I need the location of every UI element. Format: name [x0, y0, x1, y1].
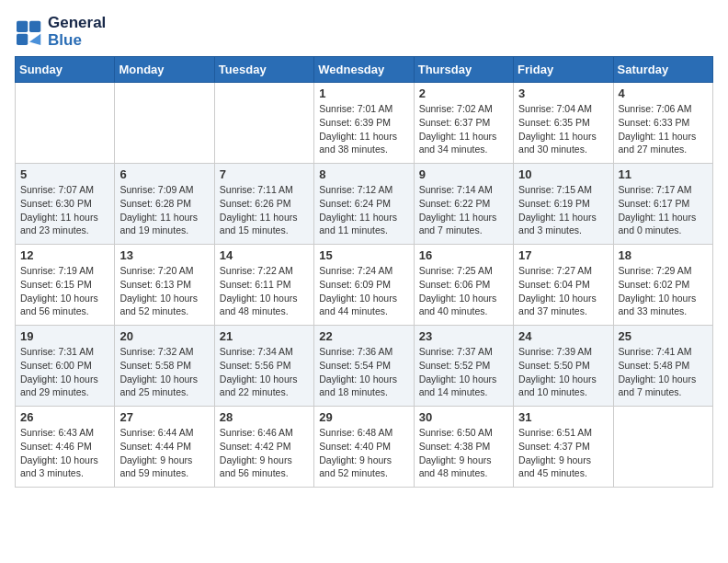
day-info: Sunrise: 7:02 AM Sunset: 6:37 PM Dayligh…: [419, 102, 508, 156]
day-number: 1: [319, 86, 408, 100]
calendar-header-thursday: Thursday: [414, 57, 513, 83]
day-number: 30: [419, 410, 508, 424]
logo-text-line1: General: [48, 15, 106, 32]
day-number: 26: [20, 410, 109, 424]
calendar-cell: [16, 83, 115, 164]
day-number: 14: [220, 248, 309, 262]
calendar-week-row: 5Sunrise: 7:07 AM Sunset: 6:30 PM Daylig…: [16, 164, 713, 245]
day-info: Sunrise: 6:44 AM Sunset: 4:44 PM Dayligh…: [119, 426, 209, 480]
day-number: 6: [119, 167, 209, 181]
day-number: 23: [419, 329, 508, 343]
calendar-cell: 14Sunrise: 7:22 AM Sunset: 6:11 PM Dayli…: [214, 245, 313, 326]
calendar-cell: 25Sunrise: 7:41 AM Sunset: 5:48 PM Dayli…: [613, 326, 712, 407]
calendar-cell: 30Sunrise: 6:50 AM Sunset: 4:38 PM Dayli…: [414, 407, 513, 488]
day-number: 4: [619, 86, 708, 100]
day-number: 3: [518, 86, 608, 100]
day-number: 22: [319, 329, 408, 343]
day-info: Sunrise: 7:19 AM Sunset: 6:15 PM Dayligh…: [20, 264, 109, 318]
calendar-header-row: SundayMondayTuesdayWednesdayThursdayFrid…: [16, 57, 713, 83]
svg-rect-1: [29, 20, 40, 31]
day-info: Sunrise: 7:27 AM Sunset: 6:04 PM Dayligh…: [518, 264, 608, 318]
day-number: 2: [419, 86, 508, 100]
calendar-cell: 29Sunrise: 6:48 AM Sunset: 4:40 PM Dayli…: [314, 407, 414, 488]
calendar-cell: 16Sunrise: 7:25 AM Sunset: 6:06 PM Dayli…: [414, 245, 513, 326]
calendar-cell: 22Sunrise: 7:36 AM Sunset: 5:54 PM Dayli…: [314, 326, 414, 407]
calendar-cell: 2Sunrise: 7:02 AM Sunset: 6:37 PM Daylig…: [414, 83, 513, 164]
calendar-cell: 24Sunrise: 7:39 AM Sunset: 5:50 PM Dayli…: [514, 326, 613, 407]
calendar-cell: 20Sunrise: 7:32 AM Sunset: 5:58 PM Dayli…: [115, 326, 214, 407]
calendar-cell: 17Sunrise: 7:27 AM Sunset: 6:04 PM Dayli…: [514, 245, 613, 326]
day-number: 16: [419, 248, 508, 262]
day-info: Sunrise: 7:25 AM Sunset: 6:06 PM Dayligh…: [419, 264, 508, 318]
calendar-cell: 27Sunrise: 6:44 AM Sunset: 4:44 PM Dayli…: [115, 407, 214, 488]
logo-icon: [15, 19, 44, 45]
day-number: 13: [119, 248, 209, 262]
day-number: 19: [20, 329, 109, 343]
calendar-cell: 31Sunrise: 6:51 AM Sunset: 4:37 PM Dayli…: [514, 407, 613, 488]
logo-text-line2: Blue: [48, 32, 106, 50]
calendar-cell: 19Sunrise: 7:31 AM Sunset: 6:00 PM Dayli…: [16, 326, 115, 407]
page-header: General Blue: [15, 15, 713, 49]
calendar-cell: 1Sunrise: 7:01 AM Sunset: 6:39 PM Daylig…: [314, 83, 414, 164]
day-info: Sunrise: 7:06 AM Sunset: 6:33 PM Dayligh…: [619, 102, 708, 156]
calendar-week-row: 26Sunrise: 6:43 AM Sunset: 4:46 PM Dayli…: [16, 407, 713, 488]
calendar-header-monday: Monday: [115, 57, 214, 83]
day-info: Sunrise: 7:36 AM Sunset: 5:54 PM Dayligh…: [319, 345, 408, 399]
calendar-cell: 8Sunrise: 7:12 AM Sunset: 6:24 PM Daylig…: [314, 164, 414, 245]
calendar-cell: 4Sunrise: 7:06 AM Sunset: 6:33 PM Daylig…: [613, 83, 712, 164]
calendar-cell: 10Sunrise: 7:15 AM Sunset: 6:19 PM Dayli…: [514, 164, 613, 245]
calendar-cell: 21Sunrise: 7:34 AM Sunset: 5:56 PM Dayli…: [214, 326, 313, 407]
svg-rect-2: [17, 33, 28, 44]
calendar-week-row: 19Sunrise: 7:31 AM Sunset: 6:00 PM Dayli…: [16, 326, 713, 407]
calendar-cell: 28Sunrise: 6:46 AM Sunset: 4:42 PM Dayli…: [214, 407, 313, 488]
day-number: 31: [518, 410, 608, 424]
calendar-cell: 5Sunrise: 7:07 AM Sunset: 6:30 PM Daylig…: [16, 164, 115, 245]
day-number: 7: [220, 167, 309, 181]
day-info: Sunrise: 7:37 AM Sunset: 5:52 PM Dayligh…: [419, 345, 508, 399]
calendar-header-sunday: Sunday: [16, 57, 115, 83]
day-number: 12: [20, 248, 109, 262]
day-info: Sunrise: 7:34 AM Sunset: 5:56 PM Dayligh…: [220, 345, 309, 399]
calendar-header-saturday: Saturday: [613, 57, 712, 83]
day-number: 18: [619, 248, 708, 262]
day-number: 27: [119, 410, 209, 424]
day-number: 11: [619, 167, 708, 181]
calendar-cell: 12Sunrise: 7:19 AM Sunset: 6:15 PM Dayli…: [16, 245, 115, 326]
calendar-cell: 7Sunrise: 7:11 AM Sunset: 6:26 PM Daylig…: [214, 164, 313, 245]
day-info: Sunrise: 7:20 AM Sunset: 6:13 PM Dayligh…: [119, 264, 209, 318]
calendar-cell: [115, 83, 214, 164]
day-info: Sunrise: 7:22 AM Sunset: 6:11 PM Dayligh…: [220, 264, 309, 318]
day-info: Sunrise: 7:09 AM Sunset: 6:28 PM Dayligh…: [119, 183, 209, 237]
calendar-header-wednesday: Wednesday: [314, 57, 414, 83]
calendar-cell: 11Sunrise: 7:17 AM Sunset: 6:17 PM Dayli…: [613, 164, 712, 245]
day-info: Sunrise: 7:15 AM Sunset: 6:19 PM Dayligh…: [518, 183, 608, 237]
logo: General Blue: [15, 15, 106, 49]
day-number: 29: [319, 410, 408, 424]
calendar-cell: 9Sunrise: 7:14 AM Sunset: 6:22 PM Daylig…: [414, 164, 513, 245]
day-number: 28: [220, 410, 309, 424]
day-info: Sunrise: 6:51 AM Sunset: 4:37 PM Dayligh…: [518, 426, 608, 480]
svg-marker-3: [29, 33, 40, 44]
day-number: 5: [20, 167, 109, 181]
day-info: Sunrise: 6:50 AM Sunset: 4:38 PM Dayligh…: [419, 426, 508, 480]
day-number: 15: [319, 248, 408, 262]
day-info: Sunrise: 7:12 AM Sunset: 6:24 PM Dayligh…: [319, 183, 408, 237]
calendar-cell: [214, 83, 313, 164]
day-number: 20: [119, 329, 209, 343]
day-number: 24: [518, 329, 608, 343]
calendar-cell: 26Sunrise: 6:43 AM Sunset: 4:46 PM Dayli…: [16, 407, 115, 488]
day-number: 17: [518, 248, 608, 262]
day-info: Sunrise: 7:14 AM Sunset: 6:22 PM Dayligh…: [419, 183, 508, 237]
svg-rect-0: [17, 20, 28, 31]
day-info: Sunrise: 7:01 AM Sunset: 6:39 PM Dayligh…: [319, 102, 408, 156]
calendar-week-row: 12Sunrise: 7:19 AM Sunset: 6:15 PM Dayli…: [16, 245, 713, 326]
day-info: Sunrise: 7:07 AM Sunset: 6:30 PM Dayligh…: [20, 183, 109, 237]
day-number: 9: [419, 167, 508, 181]
calendar-cell: 23Sunrise: 7:37 AM Sunset: 5:52 PM Dayli…: [414, 326, 513, 407]
calendar-header-tuesday: Tuesday: [214, 57, 313, 83]
day-info: Sunrise: 7:31 AM Sunset: 6:00 PM Dayligh…: [20, 345, 109, 399]
calendar-cell: 13Sunrise: 7:20 AM Sunset: 6:13 PM Dayli…: [115, 245, 214, 326]
day-info: Sunrise: 7:24 AM Sunset: 6:09 PM Dayligh…: [319, 264, 408, 318]
day-info: Sunrise: 6:43 AM Sunset: 4:46 PM Dayligh…: [20, 426, 109, 480]
calendar-cell: [613, 407, 712, 488]
